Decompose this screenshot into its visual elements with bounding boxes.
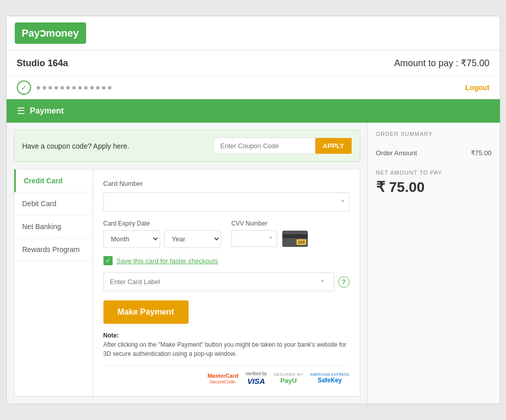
cvv-card-icon: 123 <box>282 231 308 247</box>
coupon-bar: Have a coupon code? Apply here. APPLY <box>14 130 360 162</box>
cvv-asterisk: * <box>270 235 272 243</box>
payu-secured: SECURED BY <box>274 372 303 377</box>
cvv-number-box: 123 <box>297 239 306 245</box>
card-label-row: * ? <box>103 272 350 291</box>
amex-logo: AMERICAN EXPRESS SafeKey <box>310 373 350 384</box>
mastercard-sub: SecureCode. <box>207 379 238 385</box>
sidebar-item-credit-card[interactable]: Credit Card <box>14 170 93 192</box>
card-number-field-wrap: * <box>103 192 350 212</box>
cvv-row: * 123 <box>231 230 350 247</box>
help-icon[interactable]: ? <box>338 276 350 288</box>
logo-u: ↄ <box>40 26 46 39</box>
merchant-name: Studio 164a <box>17 58 68 69</box>
coupon-apply-button[interactable]: APPLY <box>315 138 351 154</box>
order-amount-value: ₹75.00 <box>471 149 492 157</box>
left-panel: Have a coupon code? Apply here. APPLY Cr… <box>7 123 367 404</box>
order-summary-title: ORDER SUMMARY <box>376 131 492 137</box>
logo-money: money <box>46 27 78 39</box>
logout-button[interactable]: Logout <box>465 83 489 92</box>
amex-brand: SafeKey <box>310 377 350 384</box>
mastercard-logo: MasterCard SecureCode. <box>207 373 238 385</box>
note-title: Note: <box>103 332 119 339</box>
amount-label: Amount to pay : ₹75.00 <box>394 58 489 69</box>
card-number-asterisk: * <box>341 198 344 206</box>
payment-header: ☰ Payment <box>7 99 500 123</box>
make-payment-button[interactable]: Make Payment <box>103 300 189 324</box>
net-amount-value: ₹ 75.00 <box>376 179 492 195</box>
save-card-checkbox[interactable]: ✓ <box>103 256 113 265</box>
cvv-label: CVV Number <box>231 220 350 227</box>
user-dots: ●●●●●●●●●●●●● <box>36 83 114 92</box>
coupon-input-group: APPLY <box>214 137 351 154</box>
visa-logo: Verified by VISA <box>246 371 267 386</box>
header: Payↄmoney <box>7 16 500 50</box>
cvv-input-wrap: * <box>231 230 277 247</box>
logo: Payↄmoney <box>15 22 86 44</box>
card-label-input[interactable] <box>103 272 334 291</box>
note-text: After clicking on the "Make Payment" but… <box>103 341 347 357</box>
cvv-stripe <box>282 234 308 238</box>
sidebar-item-net-banking[interactable]: Net Banking <box>14 215 93 238</box>
sidebar-item-debit-card[interactable]: Debit Card <box>14 192 93 215</box>
form-area: Card Number * Card Expiry Date Month <box>93 169 360 397</box>
sidebar-nav: Credit Card Debit Card Net Banking Rewar… <box>14 169 93 397</box>
net-amount-section: NET AMOUNT TO PAY ₹ 75.00 <box>376 170 492 195</box>
order-amount-label: Order Amount <box>376 149 417 157</box>
order-amount-line: Order Amount ₹75.00 <box>376 144 492 162</box>
expiry-selects: Month 010203 040506 070809 101112 Year 2… <box>103 230 222 248</box>
save-card-text: Save this card for faster <box>117 257 189 265</box>
user-info: ✓ ●●●●●●●●●●●●● <box>17 80 114 95</box>
mastercard-brand: MasterCard <box>207 373 238 379</box>
security-logos: MasterCard SecureCode. Verified by VISA … <box>103 366 350 386</box>
card-number-label: Card Number <box>103 180 350 187</box>
payment-title: Payment <box>30 106 64 116</box>
save-card-link: checkouts <box>188 257 218 265</box>
net-amount-label: NET AMOUNT TO PAY <box>376 170 492 176</box>
save-card-row: ✓ Save this card for faster checkouts <box>103 256 350 265</box>
visa-brand: VISA <box>246 377 267 386</box>
coupon-text: Have a coupon code? Apply here. <box>22 142 129 150</box>
expiry-cvv-row: Card Expiry Date Month 010203 040506 070… <box>103 220 350 248</box>
payu-brand: PayU <box>274 377 303 385</box>
main-layout: Have a coupon code? Apply here. APPLY Cr… <box>7 123 500 404</box>
check-circle-icon: ✓ <box>17 80 31 95</box>
save-card-label: Save this card for faster checkouts <box>117 257 218 265</box>
card-number-input[interactable] <box>103 192 350 212</box>
merchant-bar: Studio 164a Amount to pay : ₹75.00 <box>7 50 500 76</box>
coupon-input[interactable] <box>214 137 315 154</box>
year-select[interactable]: Year 202420252026 202720282029 2030 <box>164 230 221 248</box>
order-summary: ORDER SUMMARY Order Amount ₹75.00 NET AM… <box>367 123 500 404</box>
page-container: Payↄmoney Studio 164a Amount to pay : ₹7… <box>6 16 500 404</box>
payment-content: Credit Card Debit Card Net Banking Rewar… <box>14 169 360 397</box>
user-bar: ✓ ●●●●●●●●●●●●● Logout <box>7 76 500 99</box>
payment-icon: ☰ <box>17 105 25 117</box>
visa-verified: Verified by <box>246 371 267 377</box>
card-label-asterisk: * <box>321 278 324 286</box>
note-section: Note: After clicking on the "Make Paymen… <box>103 331 350 358</box>
cvv-section: CVV Number * 123 <box>231 220 350 248</box>
amex-line1: AMERICAN EXPRESS <box>310 373 350 377</box>
month-select[interactable]: Month 010203 040506 070809 101112 <box>103 230 161 248</box>
expiry-section: Card Expiry Date Month 010203 040506 070… <box>103 220 222 248</box>
sidebar-item-rewards-program[interactable]: Rewards Program <box>14 238 93 261</box>
expiry-label: Card Expiry Date <box>103 220 222 227</box>
payu-logo: SECURED BY PayU <box>274 372 303 385</box>
